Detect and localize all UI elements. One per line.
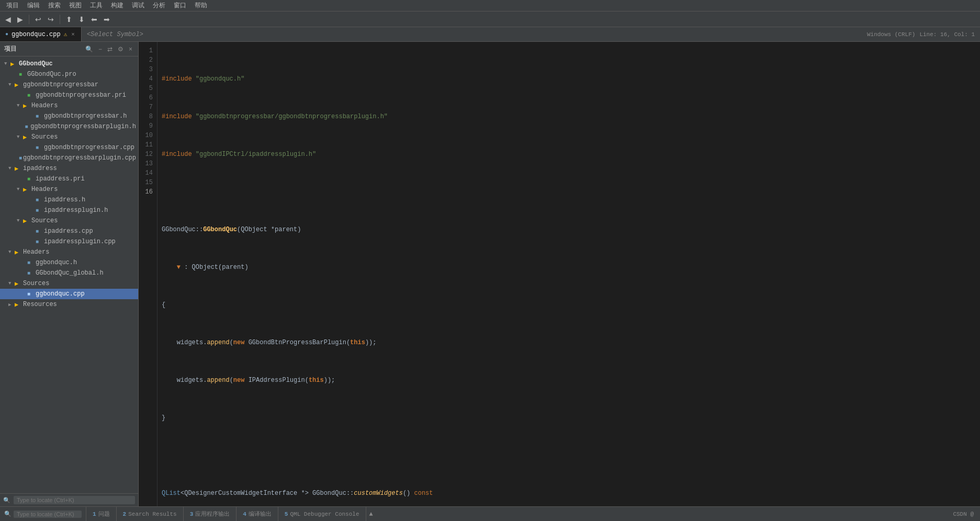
tab-spacer: [149, 27, 862, 41]
tree-item-sources-3[interactable]: ▼ ▶ Sources: [0, 278, 138, 289]
sidebar-search-input[interactable]: [14, 496, 135, 504]
tree-item-ggbondquc-cpp[interactable]: ■ ggbondquc.cpp: [0, 289, 138, 299]
token: ::: [196, 225, 203, 234]
code-line-8: widgets.append(new GGbondBtnProgressBarP…: [162, 338, 980, 347]
tree-item-ggbondbtnprogressbar-cpp[interactable]: ■ ggbondbtnprogressbar.cpp: [0, 142, 138, 153]
toolbar-redo[interactable]: ↪: [46, 14, 56, 25]
editor-tab-ggbondquc-cpp[interactable]: ● ggbondquc.cpp ⚠ ×: [0, 27, 82, 41]
token: customWidgets: [354, 489, 403, 498]
tree-item-ggbondbtnprogressbar-h[interactable]: ■ ggbondbtnprogressbar.h: [0, 111, 138, 121]
sidebar-collapse-btn[interactable]: −: [97, 45, 104, 53]
token: parent: [275, 225, 297, 234]
sidebar-close-btn[interactable]: ×: [127, 45, 134, 53]
bottom-tab-problems[interactable]: 1 问题: [86, 507, 117, 521]
token: "ggbondquc.h": [196, 74, 245, 84]
line-num: 2: [141, 55, 153, 65]
tree-label: ggbondquc.h: [36, 259, 77, 266]
token: (: [230, 376, 233, 385]
toolbar-forward[interactable]: ▶: [15, 14, 25, 25]
token: new: [233, 338, 249, 347]
token: <QDesignerCustomWidgetInterface *>: [181, 489, 312, 498]
tree-item-ipaddress-cpp[interactable]: ■ ipaddress.cpp: [0, 226, 138, 236]
token: QList: [162, 489, 181, 498]
tree-label: Headers: [31, 102, 58, 109]
toolbar-back[interactable]: ◀: [3, 14, 13, 25]
menu-debug[interactable]: 调试: [128, 0, 149, 11]
menu-help[interactable]: 帮助: [190, 0, 211, 11]
token: GGbondBtnProgressBarPlugin: [249, 338, 346, 347]
tree-item-ggbondquc-pro[interactable]: ■ GGbondQuc.pro: [0, 69, 138, 80]
menu-edit[interactable]: 编辑: [23, 0, 44, 11]
tree-label: ipaddress.cpp: [44, 228, 93, 235]
tree-item-headers-1[interactable]: ▼ ▶ Headers: [0, 100, 138, 111]
tree-label-headers-2: Headers: [31, 186, 58, 193]
toolbar-left[interactable]: ⬅: [89, 14, 99, 25]
tree-label: ggbondbtnprogressbar: [23, 81, 98, 88]
h-file-icon: ■: [36, 114, 44, 119]
toolbar-up[interactable]: ⬆: [64, 14, 74, 25]
line-num: 5: [141, 84, 153, 93]
tree-item-sources-1[interactable]: ▼ ▶ Sources: [0, 132, 138, 142]
tree-item-ipaddressplugin-h[interactable]: ■ ipaddressplugin.h: [0, 205, 138, 216]
tree-item-ggbondbtnprogressbar[interactable]: ▼ ▶ ggbondbtnprogressbar: [0, 80, 138, 90]
tree-item-headers-2[interactable]: ▼ ▶ Headers: [0, 184, 138, 195]
token: #include: [162, 74, 196, 84]
code-line-2: #include "ggbondbtnprogressbar/ggbondbtn…: [162, 112, 980, 121]
tree-label: ipaddress.h: [44, 196, 85, 203]
bottom-tab-app-output[interactable]: 3 应用程序输出: [184, 507, 237, 521]
tree-item-ipaddressplugin-cpp[interactable]: ■ ipaddressplugin.cpp: [0, 236, 138, 247]
code-content[interactable]: #include "ggbondquc.h" #include "ggbondb…: [157, 42, 980, 506]
tree-item-resources[interactable]: ▶ ▶ Resources: [0, 299, 138, 310]
tree-item-ipaddress-pri[interactable]: ■ ipaddress.pri: [0, 174, 138, 184]
menu-search[interactable]: 搜索: [44, 0, 65, 11]
token: this: [350, 338, 365, 347]
tree-item-ggbondbtnprogressbarplugin-h[interactable]: ■ ggbondbtnprogressbarplugin.h: [0, 121, 138, 132]
sidebar-filter-btn[interactable]: 🔍: [84, 45, 95, 53]
menu-tools[interactable]: 工具: [86, 0, 107, 11]
tab-filename: ggbondquc.cpp: [12, 31, 61, 38]
sidebar-settings-btn[interactable]: ⚙: [116, 45, 125, 53]
folder-icon: ▶: [23, 133, 31, 141]
token: ));: [324, 376, 335, 385]
tab-close-btn[interactable]: ×: [70, 31, 76, 38]
bottom-tab-qml-debugger[interactable]: 5 QML Debugger Console: [278, 507, 366, 521]
tree-item-ggbondquc-global-h[interactable]: ■ GGbondQuc_global.h: [0, 268, 138, 278]
toolbar-right[interactable]: ➡: [102, 14, 112, 25]
tree-item-ipaddress-h[interactable]: ■ ipaddress.h: [0, 195, 138, 205]
folder-icon: ▶: [23, 217, 31, 225]
encoding-info: Windows (CRLF): [867, 31, 915, 38]
bottom-tab-search-results[interactable]: 2 Search Results: [117, 507, 184, 521]
menu-project[interactable]: 项目: [2, 0, 23, 11]
h-file-icon: ■: [25, 124, 30, 130]
code-container[interactable]: 1 2 3 4 5 6 7 8 9 10 11 12 13 14 15 16: [139, 42, 980, 506]
toolbar-undo[interactable]: ↩: [33, 14, 43, 25]
tree-item-ggbondbtnprogressbarplugin-cpp[interactable]: ■ ggbondbtnprogressbarplugin.cpp: [0, 153, 138, 163]
bottom-tab-arrow[interactable]: ▲: [366, 507, 376, 521]
tree-label: ipaddressplugin.h: [44, 207, 108, 214]
menu-window[interactable]: 窗口: [170, 0, 190, 11]
tree-label: ipaddress.pri: [36, 175, 85, 183]
tree-item-ggbondquc[interactable]: ▼ ▶ GGbondQuc: [0, 59, 138, 69]
tab-symbol-selector[interactable]: <Select Symbol>: [82, 27, 149, 41]
tab-cpp-icon: ●: [5, 31, 8, 37]
bottom-spacer: [376, 507, 947, 521]
line-num: 3: [141, 65, 153, 74]
tree-item-sources-2[interactable]: ▼ ▶ Sources: [0, 216, 138, 226]
sidebar-bottom: 🔍: [0, 493, 138, 506]
tree-item-ggbondbtnprogressbar-pri[interactable]: ■ ggbondbtnprogressbar.pri: [0, 90, 138, 100]
sidebar-sync-btn[interactable]: ⇄: [106, 45, 114, 53]
folder-icon: ▶: [15, 280, 23, 288]
tree-arrow: ▼: [17, 218, 23, 223]
tree-item-headers-3[interactable]: ▼ ▶ Headers: [0, 247, 138, 257]
pri-file-icon: ■: [27, 176, 36, 182]
bottom-tab-compile-output[interactable]: 4 编译输出: [236, 507, 278, 521]
tree-item-ipaddress[interactable]: ▼ ▶ ipaddress: [0, 163, 138, 174]
main-content: 项目 🔍 − ⇄ ⚙ × ▼ ▶ GGbondQuc ■ G: [0, 42, 980, 506]
menu-view[interactable]: 视图: [65, 0, 86, 11]
menu-build[interactable]: 构建: [107, 0, 128, 11]
tree-item-ggbondquc-h[interactable]: ■ ggbondquc.h: [0, 257, 138, 268]
menu-analyze[interactable]: 分析: [149, 0, 170, 11]
toolbar-down[interactable]: ⬇: [76, 14, 87, 25]
bottom-search-input[interactable]: [14, 511, 82, 518]
line-num: 12: [141, 150, 153, 159]
